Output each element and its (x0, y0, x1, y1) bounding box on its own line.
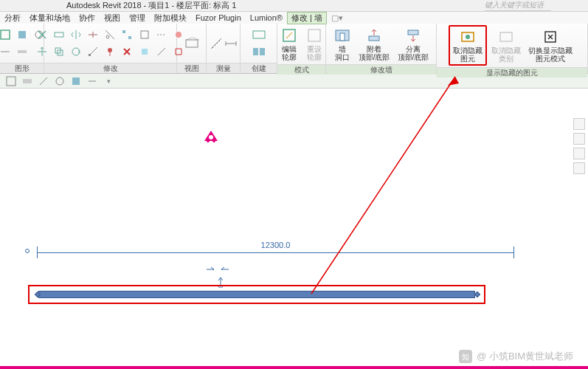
nav-wheel-icon[interactable] (573, 148, 585, 159)
delete-icon[interactable] (119, 44, 135, 60)
panel-label-modify: 修改 (44, 63, 176, 73)
svg-point-32 (56, 77, 63, 85)
svg-point-35 (209, 135, 213, 139)
move-icon[interactable] (34, 44, 50, 60)
dim-bar (37, 252, 514, 253)
svg-rect-15 (142, 49, 148, 55)
tool-icon[interactable] (14, 44, 30, 60)
copy-icon[interactable] (51, 44, 67, 60)
detach-button[interactable]: 分离 顶部/底部 (395, 25, 432, 63)
menu-fuzor[interactable]: Fuzor Plugin (191, 13, 246, 22)
svg-rect-19 (260, 48, 265, 55)
qa-icon[interactable] (21, 75, 34, 87)
panel-modify-wall: 墙 洞口 附着 顶部/底部 分离 顶部/底部 修改墙 (326, 24, 437, 73)
svg-rect-31 (23, 79, 32, 83)
view-icon[interactable] (184, 35, 200, 52)
panel-view: 视图 (177, 24, 207, 73)
tool-icon[interactable] (136, 44, 153, 60)
svg-rect-6 (122, 30, 125, 33)
svg-rect-30 (7, 77, 15, 86)
rotate-icon[interactable] (68, 44, 84, 60)
svg-rect-1 (18, 31, 26, 38)
scale-icon[interactable] (85, 44, 101, 60)
panel-label-modify-wall: 修改墙 (326, 64, 436, 75)
unhide-category-icon (497, 28, 515, 46)
dimension-value[interactable]: 12300.0 (258, 241, 294, 249)
qa-dropdown-icon[interactable]: ▾ (102, 75, 115, 87)
tool-icon[interactable] (153, 27, 170, 43)
pin-icon[interactable] (102, 44, 118, 60)
menu-analyze[interactable]: 分析 (0, 13, 25, 24)
nav-home-icon[interactable] (573, 118, 585, 130)
svg-rect-17 (253, 31, 265, 38)
ribbon: 图形 (0, 24, 588, 74)
tool-icon[interactable] (14, 27, 30, 43)
qa-icon[interactable] (53, 75, 66, 87)
menu-manage[interactable]: 管理 (125, 13, 150, 24)
detach-icon (404, 27, 422, 44)
svg-rect-28 (500, 32, 512, 41)
tool-icon[interactable] (0, 27, 13, 43)
qa-icon[interactable] (4, 75, 18, 87)
nav-pan-icon[interactable] (573, 162, 585, 174)
panel-measure: 测量 (207, 24, 241, 73)
qa-icon[interactable] (37, 75, 50, 87)
reset-profile-icon (305, 27, 323, 44)
dim-tick (513, 246, 514, 258)
trim-icon[interactable] (102, 27, 118, 43)
svg-rect-25 (408, 30, 418, 35)
hidden-mode-border (0, 366, 588, 369)
menu-view[interactable]: 视图 (100, 13, 125, 24)
panel-label-show-hidden: 显示隐藏的图元 (437, 67, 587, 77)
align-icon[interactable] (34, 27, 50, 43)
tool-icon[interactable] (0, 44, 13, 60)
svg-rect-18 (253, 48, 258, 55)
svg-rect-7 (128, 36, 131, 39)
offset-icon[interactable] (51, 27, 67, 43)
menu-collab[interactable]: 协作 (75, 13, 100, 24)
create-icon[interactable] (251, 44, 267, 60)
qa-icon[interactable] (86, 75, 99, 87)
unhide-element-icon (459, 28, 477, 46)
qa-icon[interactable] (69, 75, 83, 87)
measure-icon[interactable] (210, 35, 223, 52)
attach-button[interactable]: 附着 顶部/底部 (356, 25, 393, 63)
tool-icon[interactable] (153, 44, 170, 60)
svg-rect-3 (18, 50, 27, 53)
unhide-element-button[interactable]: 取消隐藏 图元 (449, 25, 487, 66)
svg-text:知: 知 (462, 353, 469, 361)
menu-modify-wall[interactable]: 修改 | 墙 (287, 12, 327, 24)
attach-icon (365, 27, 383, 44)
toggle-hidden-button[interactable]: 切换显示隐藏 图元模式 (525, 27, 575, 64)
menu-lumion[interactable]: Lumion® (246, 13, 287, 22)
svg-point-12 (108, 48, 112, 52)
dimension-icon[interactable] (224, 35, 238, 52)
flip-control-icon[interactable] (207, 266, 229, 270)
tool-icon[interactable] (136, 27, 153, 43)
dimension-line[interactable]: 12300.0 (37, 245, 514, 260)
drawing-canvas[interactable] (0, 89, 588, 369)
menu-dropdown-icon[interactable]: ▢▾ (327, 13, 347, 23)
nav-cube-icon[interactable] (573, 133, 585, 145)
create-icon[interactable] (251, 27, 267, 43)
split-icon[interactable] (85, 27, 101, 43)
search-input[interactable]: 键入关键字或短语 (485, 0, 551, 11)
dim-witness-dot[interactable] (25, 249, 30, 253)
nav-bar (573, 118, 587, 174)
mirror-icon[interactable] (68, 27, 84, 43)
edit-profile-button[interactable]: 编辑 轮廓 (277, 25, 301, 63)
menu-bar: 分析 体量和场地 协作 视图 管理 附加模块 Fuzor Plugin Lumi… (0, 12, 588, 24)
watermark: 知 @ 小筑BIM黄世斌老师 (459, 350, 573, 363)
panel-label-graphics: 图形 (0, 63, 44, 73)
edit-profile-icon (280, 27, 298, 44)
menu-addins[interactable]: 附加模块 (150, 13, 191, 24)
svg-point-5 (106, 35, 109, 38)
svg-rect-13 (141, 31, 148, 38)
array-icon[interactable] (119, 27, 135, 43)
panel-label-mode: 模式 (277, 64, 325, 75)
modify-tools (34, 27, 135, 60)
wall-opening-button[interactable]: 墙 洞口 (331, 25, 354, 63)
svg-rect-33 (72, 77, 80, 85)
menu-massing[interactable]: 体量和场地 (25, 13, 75, 24)
wall-element[interactable] (38, 291, 475, 298)
